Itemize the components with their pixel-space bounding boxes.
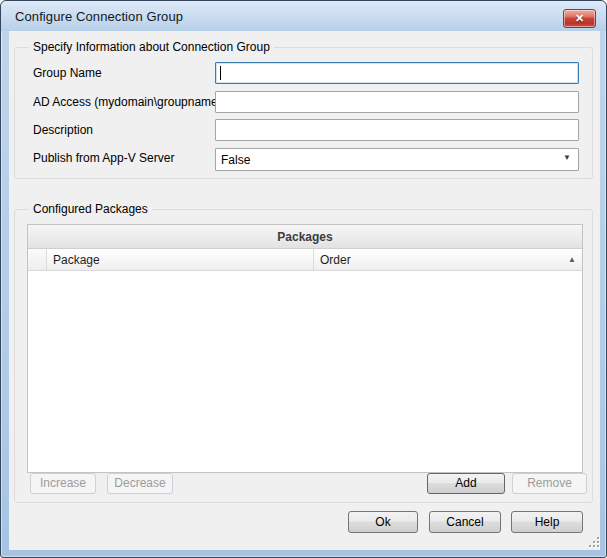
resize-grip-icon[interactable] (587, 535, 600, 548)
group-name-label: Group Name (33, 66, 102, 81)
publish-server-selected-value: False (221, 153, 250, 167)
close-button[interactable]: ✕ (563, 9, 596, 28)
add-button[interactable]: Add (427, 473, 505, 494)
column-header-order[interactable]: Order ▲ (314, 249, 582, 270)
description-label: Description (33, 123, 93, 138)
ok-button[interactable]: Ok (348, 511, 418, 533)
packages-table: Packages Package Order ▲ (27, 224, 583, 473)
packages-table-title: Packages (28, 225, 582, 249)
window-title: Configure Connection Group (15, 9, 183, 24)
title-bar[interactable]: Configure Connection Group ✕ (1, 1, 606, 31)
close-icon: ✕ (575, 12, 584, 24)
sort-ascending-icon: ▲ (568, 256, 576, 264)
remove-button[interactable]: Remove (512, 473, 587, 494)
cancel-button[interactable]: Cancel (429, 511, 501, 533)
group-name-input[interactable] (215, 62, 579, 84)
increase-button[interactable]: Increase (30, 473, 96, 494)
text-caret (220, 66, 221, 80)
publish-server-label: Publish from App-V Server (33, 151, 174, 166)
info-groupbox: Specify Information about Connection Gro… (14, 47, 593, 179)
description-input[interactable] (215, 119, 579, 141)
dialog-window: Configure Connection Group ✕ Specify Inf… (0, 0, 607, 558)
packages-table-header-row: Package Order ▲ (28, 249, 582, 271)
packages-groupbox-title: Configured Packages (29, 202, 152, 217)
ad-access-label: AD Access (mydomain\groupname) (33, 95, 222, 110)
publish-server-select[interactable]: False ▼ (215, 148, 579, 171)
packages-groupbox: Configured Packages Packages Package Ord… (14, 209, 593, 503)
chevron-down-icon: ▼ (563, 153, 571, 162)
dialog-client-area: Specify Information about Connection Gro… (9, 31, 600, 550)
info-groupbox-title: Specify Information about Connection Gro… (29, 40, 274, 55)
row-selector-header[interactable] (28, 249, 47, 270)
column-header-package[interactable]: Package (47, 249, 314, 270)
decrease-button[interactable]: Decrease (107, 473, 173, 494)
help-button[interactable]: Help (511, 511, 583, 533)
ad-access-input[interactable] (215, 91, 579, 113)
packages-table-body[interactable] (28, 271, 582, 472)
